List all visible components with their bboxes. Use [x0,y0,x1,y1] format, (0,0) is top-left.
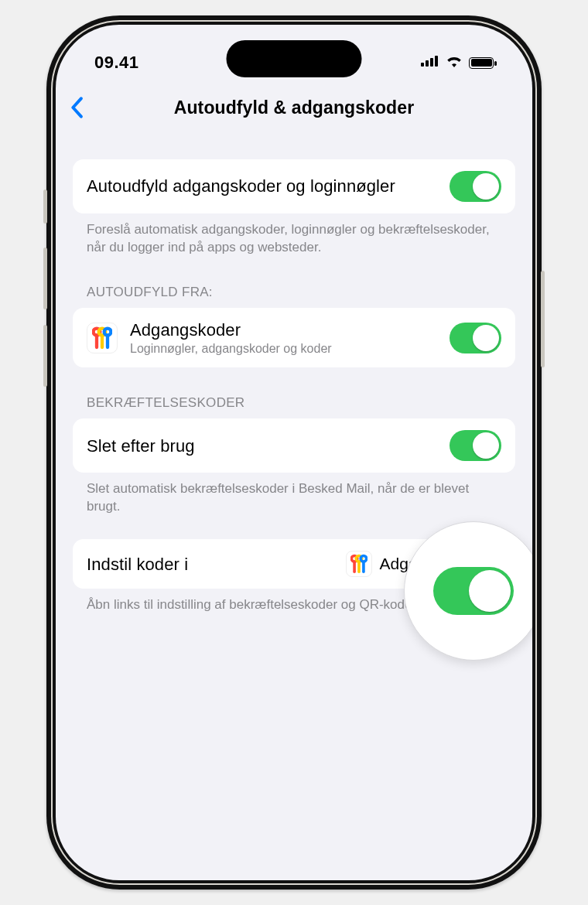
chevron-left-icon [70,97,84,118]
battery-icon [469,57,494,69]
passwords-app-icon [346,551,372,577]
cellular-icon [421,56,439,70]
toggle-passwords-provider[interactable] [450,323,501,353]
group-autofill: Autoudfyld adgangskoder og loginnøgler F… [73,159,515,257]
group-autofill-from: AUTOUDFYLD FRA: Adgangskoder Loginnøgler… [73,285,515,368]
back-button[interactable] [70,97,84,118]
row-label: Slet efter brug [87,435,437,457]
toggle-autofill-passwords[interactable] [450,171,501,202]
status-icons [421,55,494,70]
row-passwords-provider[interactable]: Adgangskoder Loginnøgler, adgangskoder o… [73,308,515,368]
row-delete-after-use[interactable]: Slet efter brug [73,418,515,473]
toggle-delete-after-use-magnified [433,567,514,615]
toggle-delete-after-use[interactable] [450,430,501,461]
volume-down-button [43,325,47,387]
status-time: 09.41 [94,53,139,73]
volume-up-button [43,248,47,309]
passwords-app-icon [87,323,118,353]
wifi-icon [446,55,463,70]
row-autofill-passwords[interactable]: Autoudfyld adgangskoder og loginnøgler [73,159,515,213]
group-verification-codes: BEKRÆFTELSESKODER Slet efter brug Slet a… [73,395,515,516]
svg-rect-3 [435,56,438,67]
svg-rect-2 [430,58,433,67]
group-header: BEKRÆFTELSESKODER [87,395,501,411]
provider-subtitle: Loginnøgler, adgangskoder og koder [130,342,437,356]
iphone-frame: 09.41 Autoudfyld & adgangskoder [46,15,542,890]
callout-magnifier [404,521,532,661]
group-footer: Foreslå automatisk adgangskoder, loginnø… [87,221,501,257]
dynamic-island [227,40,362,77]
side-button [43,190,47,224]
screen: 09.41 Autoudfyld & adgangskoder [56,25,532,880]
svg-rect-1 [426,60,429,67]
svg-rect-0 [421,63,424,67]
row-label: Autoudfyld adgangskoder og loginnøgler [87,176,437,197]
navigation-bar: Autoudfyld & adgangskoder [56,85,532,130]
row-label: Indstil koder i [87,554,333,575]
provider-title: Adgangskoder [130,319,437,341]
page-title: Autoudfyld & adgangskoder [56,97,532,118]
group-header: AUTOUDFYLD FRA: [87,285,501,300]
power-button [541,271,545,367]
group-footer: Slet automatisk bekræftelseskoder i Besk… [87,480,501,516]
